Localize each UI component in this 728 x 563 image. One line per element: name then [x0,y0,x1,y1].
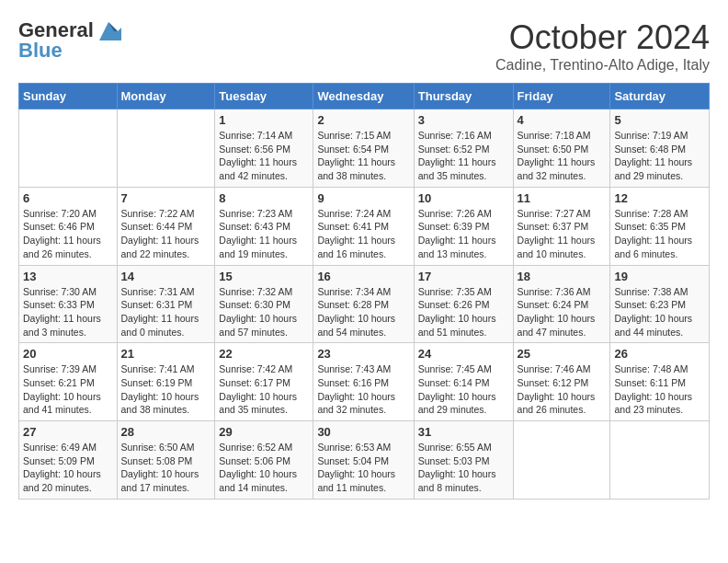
day-of-week-header: Saturday [610,84,710,109]
calendar-cell: 14Sunrise: 7:31 AM Sunset: 6:31 PM Dayli… [117,265,215,343]
day-info: Sunrise: 7:27 AM Sunset: 6:37 PM Dayligh… [518,207,607,261]
day-info: Sunrise: 6:55 AM Sunset: 5:03 PM Dayligh… [418,441,509,495]
day-number: 26 [614,347,705,361]
calendar-cell: 4Sunrise: 7:18 AM Sunset: 6:50 PM Daylig… [513,109,610,188]
calendar-cell: 27Sunrise: 6:49 AM Sunset: 5:09 PM Dayli… [19,421,118,500]
day-number: 22 [219,347,309,361]
calendar-cell [117,109,215,188]
day-number: 7 [121,191,211,205]
day-info: Sunrise: 6:53 AM Sunset: 5:04 PM Dayligh… [317,441,409,495]
page-header: General Blue October 2024 Cadine, Trenti… [18,18,710,74]
day-info: Sunrise: 7:31 AM Sunset: 6:31 PM Dayligh… [121,285,211,339]
calendar-week-row: 6Sunrise: 7:20 AM Sunset: 6:46 PM Daylig… [19,187,710,265]
day-number: 8 [219,191,309,205]
day-info: Sunrise: 7:26 AM Sunset: 6:39 PM Dayligh… [418,207,509,261]
day-info: Sunrise: 7:38 AM Sunset: 6:23 PM Dayligh… [614,285,705,339]
day-number: 16 [317,270,409,283]
calendar-cell: 12Sunrise: 7:28 AM Sunset: 6:35 PM Dayli… [610,187,710,265]
calendar-cell: 15Sunrise: 7:32 AM Sunset: 6:30 PM Dayli… [215,265,313,343]
day-number: 11 [518,191,607,205]
day-number: 27 [23,425,113,439]
day-info: Sunrise: 7:18 AM Sunset: 6:50 PM Dayligh… [518,129,607,183]
calendar-cell: 11Sunrise: 7:27 AM Sunset: 6:37 PM Dayli… [513,187,610,265]
logo-icon [96,20,121,40]
calendar-cell: 26Sunrise: 7:48 AM Sunset: 6:11 PM Dayli… [610,343,710,421]
day-info: Sunrise: 7:19 AM Sunset: 6:48 PM Dayligh… [614,129,705,183]
calendar-cell: 2Sunrise: 7:15 AM Sunset: 6:54 PM Daylig… [313,109,414,188]
day-of-week-header: Friday [513,84,610,109]
day-number: 2 [317,113,409,127]
day-info: Sunrise: 7:42 AM Sunset: 6:17 PM Dayligh… [219,362,309,417]
calendar-cell: 13Sunrise: 7:30 AM Sunset: 6:33 PM Dayli… [19,265,118,343]
calendar-cell: 23Sunrise: 7:43 AM Sunset: 6:16 PM Dayli… [313,343,414,421]
calendar-cell: 20Sunrise: 7:39 AM Sunset: 6:21 PM Dayli… [19,343,118,421]
calendar-cell: 25Sunrise: 7:46 AM Sunset: 6:12 PM Dayli… [513,343,610,421]
day-info: Sunrise: 6:49 AM Sunset: 5:09 PM Dayligh… [23,441,113,495]
calendar-cell: 19Sunrise: 7:38 AM Sunset: 6:23 PM Dayli… [610,265,710,343]
day-number: 13 [23,270,113,283]
day-number: 20 [23,347,113,361]
day-number: 25 [518,347,607,361]
title-section: October 2024 Cadine, Trentino-Alto Adige… [495,18,710,74]
day-number: 10 [418,191,509,205]
day-number: 3 [418,113,509,127]
day-info: Sunrise: 7:35 AM Sunset: 6:26 PM Dayligh… [418,285,509,339]
calendar-week-row: 13Sunrise: 7:30 AM Sunset: 6:33 PM Dayli… [19,265,710,343]
day-of-week-header: Wednesday [313,84,414,109]
day-info: Sunrise: 7:36 AM Sunset: 6:24 PM Dayligh… [518,285,607,339]
day-number: 31 [418,425,509,439]
day-info: Sunrise: 6:50 AM Sunset: 5:08 PM Dayligh… [121,441,211,495]
logo-blue: Blue [18,39,63,63]
day-of-week-header: Sunday [19,84,118,109]
calendar-cell [610,421,710,500]
calendar-cell: 7Sunrise: 7:22 AM Sunset: 6:44 PM Daylig… [117,187,215,265]
day-number: 18 [518,270,607,283]
day-number: 9 [317,191,409,205]
day-info: Sunrise: 7:45 AM Sunset: 6:14 PM Dayligh… [418,362,509,417]
day-number: 24 [418,347,509,361]
day-number: 14 [121,270,211,283]
day-of-week-header: Thursday [414,84,513,109]
day-number: 19 [614,270,705,283]
calendar-cell: 16Sunrise: 7:34 AM Sunset: 6:28 PM Dayli… [313,265,414,343]
calendar-cell: 31Sunrise: 6:55 AM Sunset: 5:03 PM Dayli… [414,421,513,500]
calendar-cell: 28Sunrise: 6:50 AM Sunset: 5:08 PM Dayli… [117,421,215,500]
day-info: Sunrise: 7:48 AM Sunset: 6:11 PM Dayligh… [614,362,705,417]
day-number: 6 [23,191,113,205]
day-info: Sunrise: 7:22 AM Sunset: 6:44 PM Dayligh… [121,207,211,261]
day-number: 4 [518,113,607,127]
month-title: October 2024 [495,18,710,57]
calendar-cell: 1Sunrise: 7:14 AM Sunset: 6:56 PM Daylig… [215,109,313,188]
day-info: Sunrise: 7:24 AM Sunset: 6:41 PM Dayligh… [317,207,409,261]
day-info: Sunrise: 7:30 AM Sunset: 6:33 PM Dayligh… [23,285,113,339]
calendar-cell: 21Sunrise: 7:41 AM Sunset: 6:19 PM Dayli… [117,343,215,421]
calendar-cell: 8Sunrise: 7:23 AM Sunset: 6:43 PM Daylig… [215,187,313,265]
calendar-cell: 10Sunrise: 7:26 AM Sunset: 6:39 PM Dayli… [414,187,513,265]
calendar-cell: 17Sunrise: 7:35 AM Sunset: 6:26 PM Dayli… [414,265,513,343]
day-info: Sunrise: 7:34 AM Sunset: 6:28 PM Dayligh… [317,285,409,339]
calendar-cell: 30Sunrise: 6:53 AM Sunset: 5:04 PM Dayli… [313,421,414,500]
calendar-cell: 6Sunrise: 7:20 AM Sunset: 6:46 PM Daylig… [19,187,118,265]
day-number: 17 [418,270,509,283]
day-info: Sunrise: 7:32 AM Sunset: 6:30 PM Dayligh… [219,285,309,339]
day-info: Sunrise: 6:52 AM Sunset: 5:06 PM Dayligh… [219,441,309,495]
day-of-week-header: Tuesday [215,84,313,109]
calendar-week-row: 27Sunrise: 6:49 AM Sunset: 5:09 PM Dayli… [19,421,710,500]
calendar-cell: 18Sunrise: 7:36 AM Sunset: 6:24 PM Dayli… [513,265,610,343]
day-number: 23 [317,347,409,361]
day-number: 21 [121,347,211,361]
calendar-header-row: SundayMondayTuesdayWednesdayThursdayFrid… [19,84,710,109]
day-info: Sunrise: 7:15 AM Sunset: 6:54 PM Dayligh… [317,129,409,183]
day-number: 30 [317,425,409,439]
calendar-table: SundayMondayTuesdayWednesdayThursdayFrid… [18,83,710,500]
calendar-cell [513,421,610,500]
logo: General Blue [18,18,121,63]
day-number: 12 [614,191,705,205]
day-info: Sunrise: 7:39 AM Sunset: 6:21 PM Dayligh… [23,362,113,417]
day-number: 1 [219,113,309,127]
day-info: Sunrise: 7:46 AM Sunset: 6:12 PM Dayligh… [518,362,607,417]
day-number: 28 [121,425,211,439]
day-number: 15 [219,270,309,283]
calendar-cell: 24Sunrise: 7:45 AM Sunset: 6:14 PM Dayli… [414,343,513,421]
location-subtitle: Cadine, Trentino-Alto Adige, Italy [495,57,710,74]
